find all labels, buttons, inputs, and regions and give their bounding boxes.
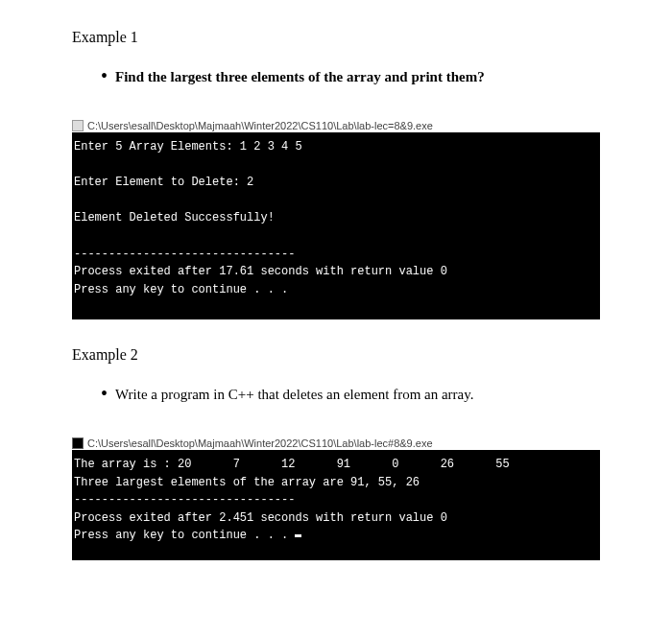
example-2-bullet-text: Write a program in C++ that deletes an e… — [115, 387, 474, 403]
console-2-line-1: The array is : 20 7 12 91 0 26 55 — [74, 458, 510, 471]
console-2-output: The array is : 20 7 12 91 0 26 55 Three … — [72, 450, 600, 560]
example-1-bullet-text: Find the largest three elements of the a… — [115, 69, 485, 85]
console-1-output: Enter 5 Array Elements: 1 2 3 4 5 Enter … — [72, 132, 600, 319]
console-1-titlebar: C:\Users\esall\Desktop\Majmaah\Winter202… — [72, 120, 600, 131]
window-icon — [72, 120, 84, 131]
console-1-path: C:\Users\esall\Desktop\Majmaah\Winter202… — [87, 120, 433, 131]
console-1-line-2: Enter Element to Delete: 2 — [74, 176, 253, 189]
example-2-title: Example 2 — [72, 346, 600, 364]
console-2-line-2: Three largest elements of the array are … — [74, 476, 420, 489]
example-1-bullet: • Find the largest three elements of the… — [101, 69, 600, 85]
bullet-icon: • — [101, 69, 108, 83]
console-1-line-4: Process exited after 17.61 seconds with … — [74, 265, 447, 278]
example-2-bullet: • Write a program in C++ that deletes an… — [101, 387, 600, 403]
window-icon — [72, 437, 84, 449]
console-1-separator: -------------------------------- — [74, 248, 295, 261]
example-1-title: Example 1 — [72, 29, 600, 46]
console-2-separator: -------------------------------- — [74, 493, 295, 507]
console-1-line-5: Press any key to continue . . . — [74, 283, 288, 296]
cursor-icon — [295, 534, 301, 537]
console-2-line-3: Process exited after 2.451 seconds with … — [74, 511, 447, 525]
console-1-line-3: Element Deleted Successfully! — [74, 211, 275, 224]
console-2-path: C:\Users\esall\Desktop\Majmaah\Winter202… — [87, 437, 433, 449]
console-2-titlebar: C:\Users\esall\Desktop\Majmaah\Winter202… — [72, 437, 600, 449]
console-1-line-1: Enter 5 Array Elements: 1 2 3 4 5 — [74, 140, 302, 154]
console-2-line-4: Press any key to continue . . . — [74, 529, 295, 542]
bullet-icon: • — [101, 387, 108, 400]
